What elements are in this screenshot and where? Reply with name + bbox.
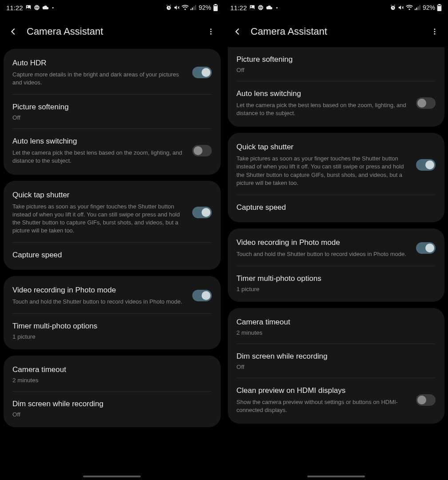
row-auto-lens-switching[interactable]: Auto lens switching Let the camera pick … xyxy=(4,129,221,172)
toggle-auto-lens[interactable] xyxy=(192,145,212,156)
wifi-icon xyxy=(406,5,413,10)
row-timer-multi-photo[interactable]: Timer multi-photo options 1 picture xyxy=(4,314,221,348)
row-auto-lens-switching[interactable]: Auto lens switching Let the camera pick … xyxy=(228,81,445,125)
status-left: 11:22 • xyxy=(6,4,54,12)
gallery-icon xyxy=(25,4,32,11)
row-desc: Let the camera pick the best lens based … xyxy=(12,149,186,165)
row-title: Capture speed xyxy=(12,250,212,260)
mute-icon xyxy=(398,4,404,11)
row-title: Camera timeout xyxy=(12,365,212,375)
status-dot: • xyxy=(52,5,54,10)
row-picture-softening[interactable]: Picture softening Off xyxy=(228,47,445,81)
svg-rect-20 xyxy=(418,6,419,10)
toggle-clean-preview[interactable] xyxy=(416,394,436,406)
battery-icon xyxy=(437,4,442,11)
row-desc: Let the camera pick the best lens based … xyxy=(237,101,410,117)
battery-icon xyxy=(213,4,218,11)
toggle-video-photo[interactable] xyxy=(416,242,436,254)
settings-group: Quick tap shutter Take pictures as soon … xyxy=(228,133,445,222)
settings-group: Camera timeout 2 minutes Dim screen whil… xyxy=(4,356,221,427)
row-title: Quick tap shutter xyxy=(237,142,410,152)
row-title: Auto HDR xyxy=(12,58,186,68)
row-camera-timeout[interactable]: Camera timeout 2 minutes xyxy=(4,357,221,391)
settings-group: Camera timeout 2 minutes Dim screen whil… xyxy=(228,308,445,424)
settings-group: Picture softening Off Auto lens switchin… xyxy=(228,47,445,127)
overflow-menu-button[interactable] xyxy=(206,26,216,37)
row-title: Video recording in Photo mode xyxy=(237,238,410,248)
phone-screen-right: 11:22 • 92% Camera Assistant Pictu xyxy=(224,0,448,480)
alarm-icon xyxy=(390,4,396,11)
svg-rect-10 xyxy=(214,5,217,6)
basketball-icon xyxy=(258,4,264,11)
toggle-quick-tap[interactable] xyxy=(416,159,436,171)
svg-point-13 xyxy=(210,33,211,35)
row-sub: 1 picture xyxy=(237,286,436,292)
row-sub: Off xyxy=(237,364,436,370)
row-capture-speed[interactable]: Capture speed xyxy=(228,195,445,220)
row-quick-tap-shutter[interactable]: Quick tap shutter Take pictures as soon … xyxy=(4,183,221,243)
svg-point-27 xyxy=(434,33,436,35)
row-sub: Off xyxy=(12,114,212,121)
row-desc: Touch and hold the Shutter button to rec… xyxy=(237,250,410,258)
svg-rect-6 xyxy=(194,6,194,10)
row-sub: Off xyxy=(12,411,212,418)
mute-icon xyxy=(174,4,180,11)
row-video-in-photo-mode[interactable]: Video recording in Photo mode Touch and … xyxy=(4,278,221,313)
toggle-quick-tap[interactable] xyxy=(192,207,212,218)
row-camera-timeout[interactable]: Camera timeout 2 minutes xyxy=(228,310,445,344)
status-time: 11:22 xyxy=(230,4,247,12)
gesture-bar xyxy=(307,476,365,477)
row-title: Timer multi-photo options xyxy=(237,274,436,284)
row-sub: 2 minutes xyxy=(12,377,212,384)
svg-rect-21 xyxy=(419,5,420,10)
page-title: Camera Assistant xyxy=(251,26,422,37)
status-bar: 11:22 • 92% xyxy=(0,0,224,13)
battery-percent: 92% xyxy=(198,4,211,11)
wifi-icon xyxy=(182,5,189,10)
row-desc: Take pictures as soon as your finger tou… xyxy=(12,203,186,235)
gallery-icon xyxy=(249,4,255,11)
settings-group: Quick tap shutter Take pictures as soon … xyxy=(4,181,221,270)
row-timer-multi-photo[interactable]: Timer multi-photo options 1 picture xyxy=(228,266,445,300)
toggle-auto-hdr[interactable] xyxy=(192,67,212,78)
status-right: 92% xyxy=(166,4,218,11)
svg-point-26 xyxy=(434,31,436,32)
svg-point-25 xyxy=(434,28,436,30)
cloud-icon xyxy=(266,5,273,10)
row-sub: Off xyxy=(237,67,436,73)
settings-group: Video recording in Photo mode Touch and … xyxy=(228,228,445,302)
toggle-auto-lens[interactable] xyxy=(416,97,436,109)
row-title: Video recording in Photo mode xyxy=(12,285,186,296)
row-quick-tap-shutter[interactable]: Quick tap shutter Take pictures as soon … xyxy=(228,135,445,195)
svg-point-11 xyxy=(210,28,211,30)
row-dim-screen[interactable]: Dim screen while recording Off xyxy=(4,392,221,425)
row-dim-screen[interactable]: Dim screen while recording Off xyxy=(228,344,445,378)
status-bar: 11:22 • 92% xyxy=(224,0,448,13)
phone-screen-left: 11:22 • 92% Camera Assistant Auto xyxy=(0,0,224,480)
back-button[interactable] xyxy=(232,26,243,37)
row-video-in-photo-mode[interactable]: Video recording in Photo mode Touch and … xyxy=(228,230,445,266)
basketball-icon xyxy=(34,4,40,11)
gesture-bar xyxy=(83,476,141,477)
row-picture-softening[interactable]: Picture softening Off xyxy=(4,95,221,128)
row-auto-hdr[interactable]: Auto HDR Capture more details in the bri… xyxy=(4,51,221,94)
svg-rect-24 xyxy=(438,5,441,6)
row-title: Picture softening xyxy=(12,102,212,112)
row-capture-speed[interactable]: Capture speed xyxy=(4,243,221,268)
status-right: 92% xyxy=(390,4,442,11)
svg-rect-9 xyxy=(214,4,217,5)
svg-point-1 xyxy=(27,6,28,7)
row-title: Capture speed xyxy=(237,203,436,213)
toggle-video-photo[interactable] xyxy=(192,290,212,301)
status-time: 11:22 xyxy=(6,4,23,12)
row-desc: Show the camera preview without settings… xyxy=(237,398,410,414)
back-button[interactable] xyxy=(8,26,19,37)
row-clean-preview-hdmi[interactable]: Clean preview on HDMI displays Show the … xyxy=(228,378,445,422)
overflow-menu-button[interactable] xyxy=(429,26,440,37)
row-title: Clean preview on HDMI displays xyxy=(237,386,410,396)
signal-icon xyxy=(190,5,197,10)
settings-group: Auto HDR Capture more details in the bri… xyxy=(4,49,221,175)
app-header: Camera Assistant xyxy=(0,13,224,49)
svg-rect-4 xyxy=(190,9,191,10)
row-sub: 1 picture xyxy=(12,333,212,340)
